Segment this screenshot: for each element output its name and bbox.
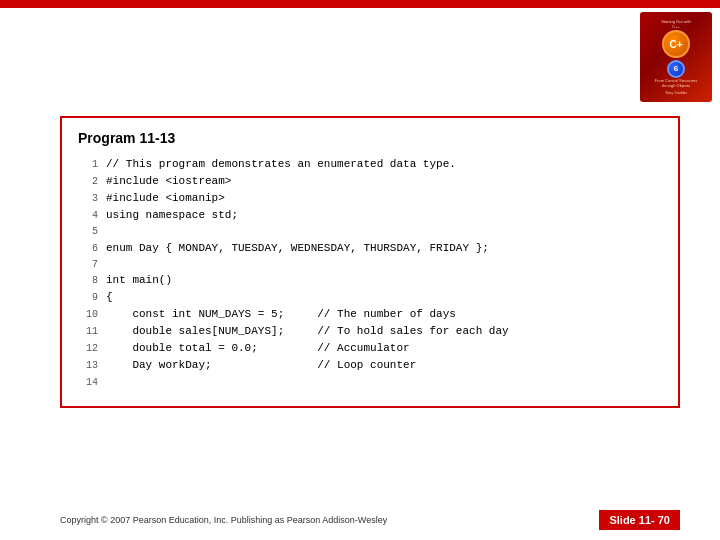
line-number: 5 [78, 224, 106, 240]
code-line: 4using namespace std; [78, 207, 662, 224]
ball-small-icon: 6 [667, 60, 685, 78]
footer: Copyright © 2007 Pearson Education, Inc.… [0, 510, 720, 530]
line-number: 3 [78, 191, 106, 207]
copyright-text: Copyright © 2007 Pearson Education, Inc.… [60, 515, 387, 525]
line-number: 2 [78, 174, 106, 190]
line-code: double total = 0.0; // Accumulator [106, 340, 410, 357]
code-line: 1// This program demonstrates an enumera… [78, 156, 662, 173]
code-line: 13 Day workDay; // Loop counter [78, 357, 662, 374]
line-number: 12 [78, 341, 106, 357]
line-number: 1 [78, 157, 106, 173]
code-area: 1// This program demonstrates an enumera… [78, 156, 662, 390]
book-cover: Starting Out withC++ C+ 6 From Control S… [640, 12, 712, 102]
line-number: 10 [78, 307, 106, 323]
line-number: 6 [78, 241, 106, 257]
program-box: Program 11-13 1// This program demonstra… [60, 116, 680, 408]
program-title: Program 11-13 [78, 130, 662, 146]
line-code: #include <iostream> [106, 173, 231, 190]
main-content: Program 11-13 1// This program demonstra… [0, 106, 720, 418]
line-code: #include <iomanip> [106, 190, 225, 207]
code-line: 10 const int NUM_DAYS = 5; // The number… [78, 306, 662, 323]
top-bar [0, 0, 720, 8]
code-line: 14 [78, 375, 662, 391]
ball-large-icon: C+ [662, 30, 690, 58]
line-code: const int NUM_DAYS = 5; // The number of… [106, 306, 456, 323]
code-line: 9{ [78, 289, 662, 306]
line-number: 4 [78, 208, 106, 224]
line-code: int main() [106, 272, 172, 289]
slide-number: Slide 11- 70 [599, 510, 680, 530]
line-number: 9 [78, 290, 106, 306]
line-number: 13 [78, 358, 106, 374]
line-code: using namespace std; [106, 207, 238, 224]
code-line: 12 double total = 0.0; // Accumulator [78, 340, 662, 357]
line-code: enum Day { MONDAY, TUESDAY, WEDNESDAY, T… [106, 240, 489, 257]
code-line: 3#include <iomanip> [78, 190, 662, 207]
line-code: { [106, 289, 113, 306]
line-number: 7 [78, 257, 106, 273]
line-number: 11 [78, 324, 106, 340]
code-line: 5 [78, 224, 662, 240]
code-line: 6enum Day { MONDAY, TUESDAY, WEDNESDAY, … [78, 240, 662, 257]
code-line: 2#include <iostream> [78, 173, 662, 190]
code-line: 8int main() [78, 272, 662, 289]
line-code: double sales[NUM_DAYS]; // To hold sales… [106, 323, 509, 340]
line-number: 8 [78, 273, 106, 289]
book-subtitle: Starting Out withC++ [661, 19, 691, 29]
line-code: // This program demonstrates an enumerat… [106, 156, 456, 173]
header-area: Starting Out withC++ C+ 6 From Control S… [0, 8, 720, 106]
line-code: Day workDay; // Loop counter [106, 357, 416, 374]
line-number: 14 [78, 375, 106, 391]
code-line: 7 [78, 257, 662, 273]
book-edition-text: From Control Structuresthrough Objects [655, 79, 698, 89]
author-text: Tony Gaddis [665, 90, 687, 95]
code-line: 11 double sales[NUM_DAYS]; // To hold sa… [78, 323, 662, 340]
